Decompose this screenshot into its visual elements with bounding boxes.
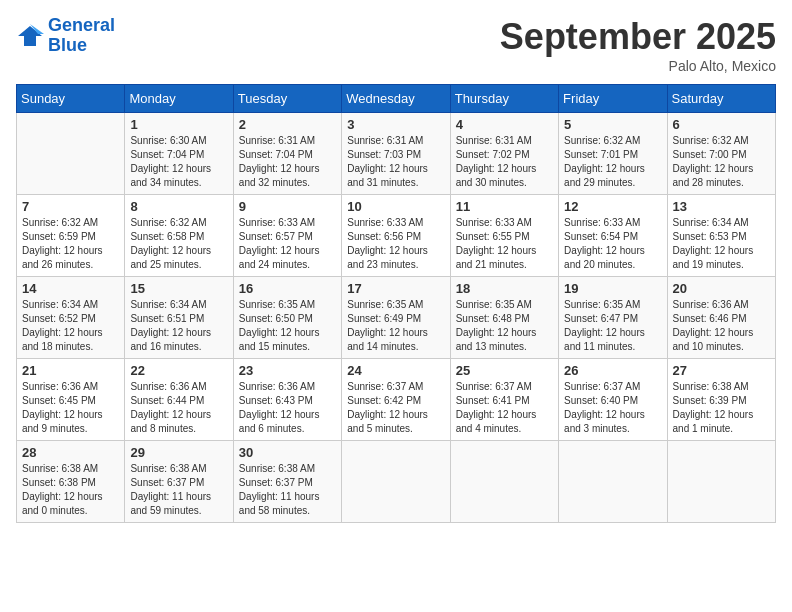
day-number: 17 (347, 281, 444, 296)
day-info: Sunrise: 6:37 AM Sunset: 6:42 PM Dayligh… (347, 380, 444, 436)
day-number: 21 (22, 363, 119, 378)
calendar-day-cell: 18Sunrise: 6:35 AM Sunset: 6:48 PM Dayli… (450, 277, 558, 359)
day-info: Sunrise: 6:32 AM Sunset: 7:00 PM Dayligh… (673, 134, 770, 190)
logo-icon (16, 22, 44, 50)
day-number: 13 (673, 199, 770, 214)
day-number: 30 (239, 445, 336, 460)
calendar-day-cell: 15Sunrise: 6:34 AM Sunset: 6:51 PM Dayli… (125, 277, 233, 359)
logo: General Blue (16, 16, 115, 56)
calendar-day-cell: 28Sunrise: 6:38 AM Sunset: 6:38 PM Dayli… (17, 441, 125, 523)
calendar-day-cell: 12Sunrise: 6:33 AM Sunset: 6:54 PM Dayli… (559, 195, 667, 277)
day-info: Sunrise: 6:36 AM Sunset: 6:43 PM Dayligh… (239, 380, 336, 436)
day-info: Sunrise: 6:36 AM Sunset: 6:46 PM Dayligh… (673, 298, 770, 354)
day-info: Sunrise: 6:33 AM Sunset: 6:54 PM Dayligh… (564, 216, 661, 272)
day-number: 29 (130, 445, 227, 460)
calendar-week-row: 1Sunrise: 6:30 AM Sunset: 7:04 PM Daylig… (17, 113, 776, 195)
calendar-day-cell: 11Sunrise: 6:33 AM Sunset: 6:55 PM Dayli… (450, 195, 558, 277)
day-info: Sunrise: 6:34 AM Sunset: 6:52 PM Dayligh… (22, 298, 119, 354)
day-info: Sunrise: 6:37 AM Sunset: 6:41 PM Dayligh… (456, 380, 553, 436)
weekday-header-cell: Friday (559, 85, 667, 113)
calendar-day-cell: 24Sunrise: 6:37 AM Sunset: 6:42 PM Dayli… (342, 359, 450, 441)
calendar-day-cell: 13Sunrise: 6:34 AM Sunset: 6:53 PM Dayli… (667, 195, 775, 277)
calendar-day-cell (559, 441, 667, 523)
title-block: September 2025 Palo Alto, Mexico (500, 16, 776, 74)
calendar-day-cell (450, 441, 558, 523)
calendar-day-cell: 25Sunrise: 6:37 AM Sunset: 6:41 PM Dayli… (450, 359, 558, 441)
day-number: 11 (456, 199, 553, 214)
day-number: 16 (239, 281, 336, 296)
day-number: 15 (130, 281, 227, 296)
day-number: 26 (564, 363, 661, 378)
day-info: Sunrise: 6:32 AM Sunset: 7:01 PM Dayligh… (564, 134, 661, 190)
day-info: Sunrise: 6:33 AM Sunset: 6:57 PM Dayligh… (239, 216, 336, 272)
day-info: Sunrise: 6:33 AM Sunset: 6:55 PM Dayligh… (456, 216, 553, 272)
day-info: Sunrise: 6:32 AM Sunset: 6:58 PM Dayligh… (130, 216, 227, 272)
day-number: 28 (22, 445, 119, 460)
day-number: 23 (239, 363, 336, 378)
day-info: Sunrise: 6:35 AM Sunset: 6:49 PM Dayligh… (347, 298, 444, 354)
day-number: 12 (564, 199, 661, 214)
day-number: 14 (22, 281, 119, 296)
weekday-header-cell: Sunday (17, 85, 125, 113)
weekday-header-cell: Monday (125, 85, 233, 113)
day-info: Sunrise: 6:34 AM Sunset: 6:53 PM Dayligh… (673, 216, 770, 272)
calendar-day-cell (667, 441, 775, 523)
day-info: Sunrise: 6:36 AM Sunset: 6:44 PM Dayligh… (130, 380, 227, 436)
day-info: Sunrise: 6:34 AM Sunset: 6:51 PM Dayligh… (130, 298, 227, 354)
day-number: 24 (347, 363, 444, 378)
calendar-day-cell: 29Sunrise: 6:38 AM Sunset: 6:37 PM Dayli… (125, 441, 233, 523)
calendar-day-cell: 23Sunrise: 6:36 AM Sunset: 6:43 PM Dayli… (233, 359, 341, 441)
location: Palo Alto, Mexico (500, 58, 776, 74)
calendar-day-cell: 14Sunrise: 6:34 AM Sunset: 6:52 PM Dayli… (17, 277, 125, 359)
calendar-day-cell: 3Sunrise: 6:31 AM Sunset: 7:03 PM Daylig… (342, 113, 450, 195)
calendar-day-cell: 2Sunrise: 6:31 AM Sunset: 7:04 PM Daylig… (233, 113, 341, 195)
logo-text: General Blue (48, 16, 115, 56)
calendar-day-cell (17, 113, 125, 195)
calendar-day-cell: 17Sunrise: 6:35 AM Sunset: 6:49 PM Dayli… (342, 277, 450, 359)
weekday-header-row: SundayMondayTuesdayWednesdayThursdayFrid… (17, 85, 776, 113)
calendar-day-cell: 8Sunrise: 6:32 AM Sunset: 6:58 PM Daylig… (125, 195, 233, 277)
calendar-day-cell: 26Sunrise: 6:37 AM Sunset: 6:40 PM Dayli… (559, 359, 667, 441)
day-number: 10 (347, 199, 444, 214)
day-info: Sunrise: 6:38 AM Sunset: 6:38 PM Dayligh… (22, 462, 119, 518)
calendar-day-cell: 1Sunrise: 6:30 AM Sunset: 7:04 PM Daylig… (125, 113, 233, 195)
calendar-day-cell: 30Sunrise: 6:38 AM Sunset: 6:37 PM Dayli… (233, 441, 341, 523)
day-number: 27 (673, 363, 770, 378)
day-info: Sunrise: 6:31 AM Sunset: 7:04 PM Dayligh… (239, 134, 336, 190)
weekday-header-cell: Saturday (667, 85, 775, 113)
day-info: Sunrise: 6:31 AM Sunset: 7:03 PM Dayligh… (347, 134, 444, 190)
day-number: 19 (564, 281, 661, 296)
page-header: General Blue September 2025 Palo Alto, M… (16, 16, 776, 74)
day-number: 6 (673, 117, 770, 132)
day-info: Sunrise: 6:38 AM Sunset: 6:39 PM Dayligh… (673, 380, 770, 436)
weekday-header-cell: Tuesday (233, 85, 341, 113)
calendar-day-cell: 20Sunrise: 6:36 AM Sunset: 6:46 PM Dayli… (667, 277, 775, 359)
day-number: 1 (130, 117, 227, 132)
day-number: 22 (130, 363, 227, 378)
day-number: 3 (347, 117, 444, 132)
calendar-day-cell: 6Sunrise: 6:32 AM Sunset: 7:00 PM Daylig… (667, 113, 775, 195)
calendar-table: SundayMondayTuesdayWednesdayThursdayFrid… (16, 84, 776, 523)
calendar-body: 1Sunrise: 6:30 AM Sunset: 7:04 PM Daylig… (17, 113, 776, 523)
day-info: Sunrise: 6:36 AM Sunset: 6:45 PM Dayligh… (22, 380, 119, 436)
day-number: 4 (456, 117, 553, 132)
calendar-day-cell: 16Sunrise: 6:35 AM Sunset: 6:50 PM Dayli… (233, 277, 341, 359)
calendar-day-cell: 5Sunrise: 6:32 AM Sunset: 7:01 PM Daylig… (559, 113, 667, 195)
calendar-day-cell: 27Sunrise: 6:38 AM Sunset: 6:39 PM Dayli… (667, 359, 775, 441)
day-number: 5 (564, 117, 661, 132)
day-number: 2 (239, 117, 336, 132)
calendar-day-cell: 9Sunrise: 6:33 AM Sunset: 6:57 PM Daylig… (233, 195, 341, 277)
day-info: Sunrise: 6:35 AM Sunset: 6:47 PM Dayligh… (564, 298, 661, 354)
day-info: Sunrise: 6:32 AM Sunset: 6:59 PM Dayligh… (22, 216, 119, 272)
weekday-header-cell: Wednesday (342, 85, 450, 113)
calendar-day-cell: 10Sunrise: 6:33 AM Sunset: 6:56 PM Dayli… (342, 195, 450, 277)
day-number: 8 (130, 199, 227, 214)
day-info: Sunrise: 6:33 AM Sunset: 6:56 PM Dayligh… (347, 216, 444, 272)
calendar-week-row: 7Sunrise: 6:32 AM Sunset: 6:59 PM Daylig… (17, 195, 776, 277)
day-info: Sunrise: 6:35 AM Sunset: 6:50 PM Dayligh… (239, 298, 336, 354)
day-info: Sunrise: 6:38 AM Sunset: 6:37 PM Dayligh… (239, 462, 336, 518)
calendar-day-cell: 21Sunrise: 6:36 AM Sunset: 6:45 PM Dayli… (17, 359, 125, 441)
calendar-day-cell: 4Sunrise: 6:31 AM Sunset: 7:02 PM Daylig… (450, 113, 558, 195)
day-info: Sunrise: 6:35 AM Sunset: 6:48 PM Dayligh… (456, 298, 553, 354)
day-number: 7 (22, 199, 119, 214)
